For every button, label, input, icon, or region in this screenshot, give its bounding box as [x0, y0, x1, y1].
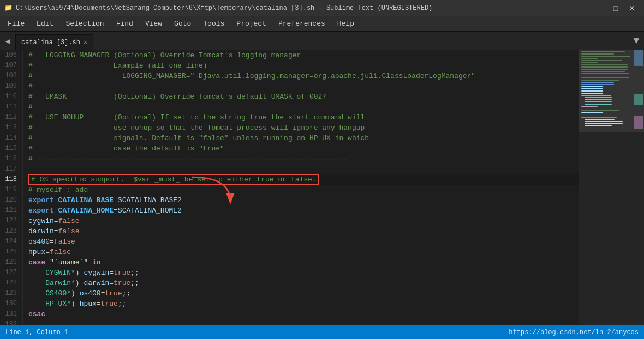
- code-line-108: # LOGGING_MANAGER="-Djava.util.logging.m…: [28, 71, 579, 81]
- minimize-button[interactable]: —: [592, 3, 607, 14]
- code-line-119: # myself : add: [28, 185, 579, 195]
- tab-close-button[interactable]: ✕: [84, 38, 87, 46]
- menu-tools[interactable]: Tools: [198, 18, 230, 29]
- menu-find[interactable]: Find: [111, 18, 139, 29]
- code-line-124: os400=false: [28, 237, 579, 247]
- code-line-106: # LOGGING_MANAGER (Optional) Override To…: [28, 50, 579, 60]
- code-line-118: # OS specific support. $var _must_ be se…: [28, 174, 579, 185]
- maximize-button[interactable]: □: [608, 3, 623, 14]
- code-line-131: esac: [28, 309, 579, 319]
- tab-bar: ◀ catalina [3].sh ✕ ▼: [0, 32, 644, 50]
- status-url: https://blog.csdn.net/ln_2/anycos: [509, 329, 639, 336]
- code-line-130: HP-UX*) hpux=true;;: [28, 299, 579, 309]
- status-bar: Line 1, Column 1 https://blog.csdn.net/l…: [0, 325, 644, 339]
- line-numbers: 106 107 108 109 110 111 112 113 114 115 …: [0, 50, 23, 325]
- code-line-120: export CATALINA_BASE=$CATALINA_BASE2: [28, 195, 579, 205]
- title-bar-left: 📁 C:\Users\a5974\Documents\NetSarang Com…: [4, 4, 432, 12]
- code-line-125: hpux=false: [28, 247, 579, 257]
- code-line-132: [28, 319, 579, 325]
- code-line-126: case "`uname`" in: [28, 257, 579, 268]
- menu-help[interactable]: Help: [332, 18, 360, 29]
- menu-edit[interactable]: Edit: [31, 18, 59, 29]
- code-line-112: # USE_NOHUP (Optional) If set to the str…: [28, 112, 579, 123]
- code-line-107: # Example (all one line): [28, 60, 579, 71]
- tab-label: catalina [3].sh: [21, 39, 80, 46]
- window-title: C:\Users\a5974\Documents\NetSarang Compu…: [16, 4, 432, 12]
- tab-nav-left[interactable]: ◀: [0, 32, 15, 50]
- title-bar: 📁 C:\Users\a5974\Documents\NetSarang Com…: [0, 0, 644, 16]
- minimap-viewport: [579, 50, 644, 132]
- menu-file[interactable]: File: [2, 18, 30, 29]
- cursor-position: Line 1, Column 1: [5, 329, 68, 336]
- code-line-122: cygwin=false: [28, 216, 579, 226]
- code-line-128: Darwin*) darwin=true;;: [28, 278, 579, 288]
- code-area[interactable]: # LOGGING_MANAGER (Optional) Override To…: [23, 50, 579, 325]
- tab-nav-right[interactable]: ▼: [629, 32, 644, 50]
- code-line-115: # case the default is "true": [28, 143, 579, 154]
- code-line-121: export CATALINA_HOME=$CATALINA_HOME2: [28, 205, 579, 216]
- code-line-129: OS400*) os400=true;;: [28, 288, 579, 299]
- title-bar-controls: — □ ✕: [592, 3, 640, 14]
- code-line-114: # signals. Default is "false" unless run…: [28, 133, 579, 143]
- tab-catalina[interactable]: catalina [3].sh ✕: [15, 34, 93, 50]
- code-line-113: # use nohup so that the Tomcat process w…: [28, 123, 579, 133]
- code-line-110: # UMASK (Optional) Override Tomcat's def…: [28, 92, 579, 102]
- menu-project[interactable]: Project: [231, 18, 272, 29]
- menu-view[interactable]: View: [140, 18, 168, 29]
- menu-selection[interactable]: Selection: [60, 18, 109, 29]
- code-line-109: #: [28, 81, 579, 92]
- menu-preferences[interactable]: Preferences: [273, 18, 331, 29]
- code-line-117: [28, 164, 579, 174]
- code-line-111: #: [28, 102, 579, 112]
- minimap: [579, 50, 644, 325]
- code-line-116: # --------------------------------------…: [28, 154, 579, 164]
- menu-bar: File Edit Selection Find View Goto Tools…: [0, 16, 644, 32]
- menu-goto[interactable]: Goto: [169, 18, 196, 29]
- code-line-127: CYGWIN*) cygwin=true;;: [28, 268, 579, 278]
- code-line-123: darwin=false: [28, 226, 579, 237]
- close-button[interactable]: ✕: [624, 3, 640, 14]
- editor-container: 106 107 108 109 110 111 112 113 114 115 …: [0, 50, 644, 325]
- folder-icon: 📁: [4, 4, 13, 12]
